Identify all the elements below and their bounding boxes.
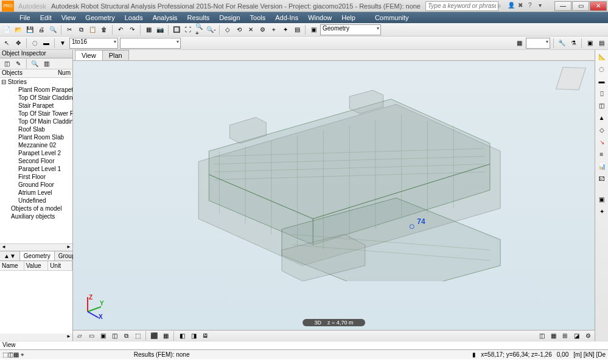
rt-loadcase-icon[interactable]: ≡	[597, 151, 607, 161]
menu-analysis[interactable]: Analysis	[148, 14, 183, 21]
menu-help[interactable]: Help	[337, 14, 360, 21]
tree-item[interactable]: Second Floor	[0, 157, 72, 165]
rt-results-icon[interactable]: 🗠	[597, 175, 607, 185]
zoom-window-icon[interactable]: 🔲	[172, 25, 181, 35]
rt-material-icon[interactable]: ◫	[597, 102, 607, 112]
selection-combo-1[interactable]	[120, 38, 181, 49]
bars-icon[interactable]: ▬	[41, 38, 51, 48]
vb-right-5[interactable]: ⚙	[583, 331, 593, 341]
undo-icon[interactable]: ↶	[116, 25, 125, 35]
vb-icon-7[interactable]: ⬛	[149, 331, 159, 341]
vb-icon-6[interactable]: ⬚	[133, 331, 142, 341]
vb-icon-11[interactable]: 🖥	[200, 331, 210, 341]
nodes-icon[interactable]: ◌	[30, 38, 40, 48]
view-combo[interactable]	[526, 38, 550, 49]
tree-item[interactable]: Atrium Level	[0, 189, 72, 197]
move-icon[interactable]: ✥	[13, 38, 23, 48]
rt-release-icon[interactable]: ◇	[597, 127, 607, 136]
exchange-icon[interactable]: ✖	[518, 2, 526, 10]
redo-icon[interactable]: ↷	[127, 25, 137, 35]
tool-e-icon[interactable]: ⌖	[269, 25, 279, 35]
zoom-in-icon[interactable]: 🔍+	[195, 25, 204, 35]
open-icon[interactable]: 📂	[13, 25, 23, 35]
vb-icon-1[interactable]: ▱	[75, 331, 85, 341]
tree-item[interactable]: Top Of Main Cladding	[0, 117, 72, 125]
zoom-out-icon[interactable]: 🔍-	[206, 25, 216, 35]
oi-tool-2-icon[interactable]: ✎	[13, 59, 23, 69]
tree-item[interactable]: Ground Floor	[0, 181, 72, 189]
tool-a-icon[interactable]: ◇	[223, 25, 232, 35]
pg-col-name[interactable]: Name	[0, 261, 24, 270]
save-icon[interactable]: 💾	[25, 25, 35, 35]
menu-community[interactable]: Community	[370, 14, 414, 21]
edit-table-icon[interactable]: ▦	[144, 25, 153, 35]
view-tool-1-icon[interactable]: ▦	[514, 38, 524, 48]
menu-design[interactable]: Design	[214, 14, 245, 21]
print-icon[interactable]: 🖨	[37, 25, 46, 35]
copy-icon[interactable]: ⧉	[76, 25, 86, 35]
layout-icon[interactable]: ▣	[309, 25, 318, 35]
tree-hscroll[interactable]	[0, 243, 72, 251]
pg-col-unit[interactable]: Unit	[48, 261, 72, 270]
vb-icon-8[interactable]: ▦	[161, 331, 170, 341]
propgrid-hscroll[interactable]	[0, 334, 72, 341]
signin-icon[interactable]: 👤	[508, 2, 516, 10]
rt-bars-icon[interactable]: ▬	[597, 78, 607, 88]
rt-support-icon[interactable]: ▲	[597, 114, 607, 124]
search-input[interactable]	[425, 1, 498, 11]
view-tool-4-icon[interactable]: ▣	[585, 38, 595, 48]
object-tree[interactable]: Stories Plant Room Parapet Level Top Of …	[0, 78, 72, 243]
select-icon[interactable]: ↖	[2, 38, 12, 48]
tree-item[interactable]: Plant Room Slab	[0, 133, 72, 141]
help-icon[interactable]: ?	[528, 2, 537, 10]
oi-tool-4-icon[interactable]: ▥	[41, 59, 51, 69]
axis-gizmo[interactable]: Z Y X	[80, 295, 105, 319]
menu-results[interactable]: Results	[183, 14, 215, 21]
vb-right-4[interactable]: ◪	[571, 331, 581, 341]
vb-right-3[interactable]: ⊞	[560, 331, 570, 341]
tree-item[interactable]: Mezzanine 02	[0, 141, 72, 149]
pg-col-value[interactable]: Value	[24, 261, 49, 270]
vb-icon-3[interactable]: ▣	[98, 331, 108, 341]
zoom-fit-icon[interactable]: ⛶	[183, 25, 193, 35]
tool-c-icon[interactable]: ✕	[246, 25, 256, 35]
cut-icon[interactable]: ✂	[65, 25, 74, 35]
oi-tool-3-icon[interactable]: 🔍	[30, 59, 40, 69]
col-objects[interactable]: Objects	[0, 69, 54, 77]
view-tool-3-icon[interactable]: ⚗	[568, 38, 578, 48]
menu-edit[interactable]: Edit	[35, 14, 57, 21]
tab-nav[interactable]: ▲▼	[0, 251, 20, 261]
tab-geometry[interactable]: Geometry	[20, 251, 55, 261]
tool-b-icon[interactable]: ⟲	[234, 25, 244, 35]
tool-d-icon[interactable]: ⚙	[257, 25, 267, 35]
close-button[interactable]: ✕	[590, 1, 607, 11]
rt-load-icon[interactable]: ↘	[597, 139, 607, 149]
menu-file[interactable]: File	[15, 14, 35, 21]
rt-axes-icon[interactable]: 📐	[597, 54, 607, 63]
oi-tool-1-icon[interactable]: ◫	[2, 59, 12, 69]
view-tool-2-icon[interactable]: 🔧	[557, 38, 567, 48]
menu-addins[interactable]: Add-Ins	[270, 14, 303, 21]
dropdown-icon[interactable]: ▾	[539, 2, 547, 10]
rt-nodes-icon[interactable]: ◌	[597, 66, 607, 75]
infocenter-icon[interactable]: ⌕	[497, 2, 506, 10]
tree-item[interactable]: Stair Parapet	[0, 102, 72, 110]
vb-icon-10[interactable]: ◨	[189, 331, 198, 341]
delete-icon[interactable]: 🗑	[99, 25, 109, 35]
paste-icon[interactable]: 📋	[88, 25, 97, 35]
vb-icon-5[interactable]: ⧉	[121, 331, 131, 341]
tree-item[interactable]: First Floor	[0, 173, 72, 181]
new-icon[interactable]: 📄	[2, 25, 12, 35]
tree-item[interactable]: Top Of Stair Cladding	[0, 94, 72, 102]
rt-extra-2-icon[interactable]: ✦	[597, 208, 607, 218]
maximize-button[interactable]: ▭	[572, 1, 589, 11]
layout-combo[interactable]: Geometry	[320, 24, 381, 35]
tool-f-icon[interactable]: ✦	[281, 25, 290, 35]
col-num[interactable]: Num	[54, 69, 72, 77]
scale-combo[interactable]: 1to16	[69, 38, 118, 49]
tree-item-auxiliary[interactable]: Auxiliary objects	[0, 212, 72, 220]
menu-window[interactable]: Window	[303, 14, 337, 21]
rt-extra-1-icon[interactable]: ▣	[597, 196, 607, 206]
vb-right-2[interactable]: ▦	[548, 331, 558, 341]
menu-tools[interactable]: Tools	[245, 14, 271, 21]
